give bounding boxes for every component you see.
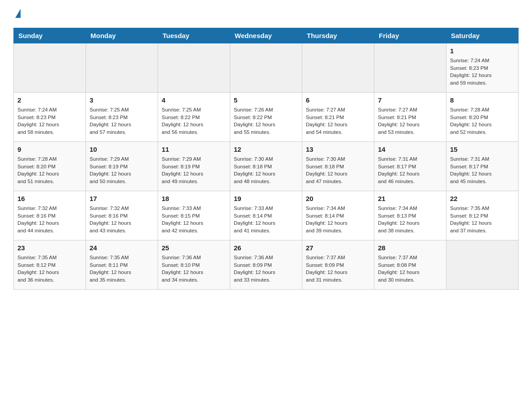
calendar-cell: 22Sunrise: 7:35 AM Sunset: 8:12 PM Dayli… (446, 191, 519, 240)
day-info: Sunrise: 7:27 AM Sunset: 8:21 PM Dayligh… (378, 106, 442, 136)
week-row-4: 16Sunrise: 7:32 AM Sunset: 8:16 PM Dayli… (14, 191, 519, 240)
header-day-friday: Friday (374, 28, 446, 43)
calendar-body: 1Sunrise: 7:24 AM Sunset: 8:23 PM Daylig… (14, 43, 519, 290)
header-day-monday: Monday (86, 28, 158, 43)
day-info: Sunrise: 7:30 AM Sunset: 8:18 PM Dayligh… (306, 155, 370, 185)
calendar-cell: 10Sunrise: 7:29 AM Sunset: 8:19 PM Dayli… (86, 142, 158, 191)
day-number: 16 (17, 194, 82, 203)
day-info: Sunrise: 7:37 AM Sunset: 8:08 PM Dayligh… (378, 254, 442, 284)
day-info: Sunrise: 7:28 AM Sunset: 8:20 PM Dayligh… (450, 106, 515, 136)
day-info: Sunrise: 7:32 AM Sunset: 8:16 PM Dayligh… (17, 205, 82, 235)
day-info: Sunrise: 7:34 AM Sunset: 8:14 PM Dayligh… (306, 205, 370, 235)
day-number: 14 (378, 145, 442, 154)
calendar-cell: 25Sunrise: 7:36 AM Sunset: 8:10 PM Dayli… (158, 240, 230, 290)
calendar-cell: 13Sunrise: 7:30 AM Sunset: 8:18 PM Dayli… (302, 142, 374, 191)
day-info: Sunrise: 7:31 AM Sunset: 8:17 PM Dayligh… (450, 155, 515, 185)
day-info: Sunrise: 7:35 AM Sunset: 8:11 PM Dayligh… (90, 254, 154, 284)
calendar-cell: 19Sunrise: 7:33 AM Sunset: 8:14 PM Dayli… (230, 191, 302, 240)
day-number: 20 (306, 194, 370, 203)
calendar-cell: 12Sunrise: 7:30 AM Sunset: 8:18 PM Dayli… (230, 142, 302, 191)
day-info: Sunrise: 7:27 AM Sunset: 8:21 PM Dayligh… (306, 106, 370, 136)
day-info: Sunrise: 7:25 AM Sunset: 8:22 PM Dayligh… (162, 106, 226, 136)
day-info: Sunrise: 7:26 AM Sunset: 8:22 PM Dayligh… (234, 106, 298, 136)
day-info: Sunrise: 7:34 AM Sunset: 8:13 PM Dayligh… (378, 205, 442, 235)
day-info: Sunrise: 7:29 AM Sunset: 8:19 PM Dayligh… (162, 155, 226, 185)
day-info: Sunrise: 7:37 AM Sunset: 8:09 PM Dayligh… (306, 254, 370, 284)
calendar-cell (302, 43, 374, 93)
day-number: 10 (90, 145, 154, 154)
calendar-cell (230, 43, 302, 93)
week-row-1: 1Sunrise: 7:24 AM Sunset: 8:23 PM Daylig… (14, 43, 519, 93)
day-info: Sunrise: 7:24 AM Sunset: 8:23 PM Dayligh… (17, 106, 82, 136)
day-info: Sunrise: 7:30 AM Sunset: 8:18 PM Dayligh… (234, 155, 298, 185)
week-row-3: 9Sunrise: 7:28 AM Sunset: 8:20 PM Daylig… (14, 142, 519, 191)
calendar-cell: 8Sunrise: 7:28 AM Sunset: 8:20 PM Daylig… (446, 93, 519, 142)
day-number: 26 (234, 243, 298, 253)
day-number: 12 (234, 145, 298, 154)
day-info: Sunrise: 7:36 AM Sunset: 8:10 PM Dayligh… (162, 254, 226, 284)
calendar-cell (374, 43, 446, 93)
calendar-cell: 1Sunrise: 7:24 AM Sunset: 8:23 PM Daylig… (446, 43, 519, 93)
day-info: Sunrise: 7:29 AM Sunset: 8:19 PM Dayligh… (90, 155, 154, 185)
calendar-cell (446, 240, 519, 290)
day-number: 1 (450, 46, 515, 56)
calendar-cell: 14Sunrise: 7:31 AM Sunset: 8:17 PM Dayli… (374, 142, 446, 191)
calendar-cell: 16Sunrise: 7:32 AM Sunset: 8:16 PM Dayli… (14, 191, 86, 240)
day-number: 21 (378, 194, 442, 203)
calendar-cell: 6Sunrise: 7:27 AM Sunset: 8:21 PM Daylig… (302, 93, 374, 142)
week-row-2: 2Sunrise: 7:24 AM Sunset: 8:23 PM Daylig… (14, 93, 519, 142)
calendar-cell: 4Sunrise: 7:25 AM Sunset: 8:22 PM Daylig… (158, 93, 230, 142)
calendar-cell: 21Sunrise: 7:34 AM Sunset: 8:13 PM Dayli… (374, 191, 446, 240)
header-day-saturday: Saturday (446, 28, 519, 43)
logo-triangle-icon (15, 9, 21, 18)
calendar-cell: 2Sunrise: 7:24 AM Sunset: 8:23 PM Daylig… (14, 93, 86, 142)
calendar-cell: 3Sunrise: 7:25 AM Sunset: 8:23 PM Daylig… (86, 93, 158, 142)
calendar-cell: 5Sunrise: 7:26 AM Sunset: 8:22 PM Daylig… (230, 93, 302, 142)
calendar-cell: 27Sunrise: 7:37 AM Sunset: 8:09 PM Dayli… (302, 240, 374, 290)
calendar-header: SundayMondayTuesdayWednesdayThursdayFrid… (14, 28, 519, 43)
day-number: 5 (234, 95, 298, 105)
header-day-thursday: Thursday (302, 28, 374, 43)
day-number: 3 (90, 95, 154, 105)
calendar-cell (14, 43, 86, 93)
day-number: 17 (90, 194, 154, 203)
day-info: Sunrise: 7:28 AM Sunset: 8:20 PM Dayligh… (17, 155, 82, 185)
day-number: 24 (90, 243, 154, 253)
day-info: Sunrise: 7:36 AM Sunset: 8:09 PM Dayligh… (234, 254, 298, 284)
day-info: Sunrise: 7:24 AM Sunset: 8:23 PM Dayligh… (450, 57, 515, 87)
day-number: 13 (306, 145, 370, 154)
day-number: 25 (162, 243, 226, 253)
page-header (13, 9, 519, 19)
calendar-cell: 24Sunrise: 7:35 AM Sunset: 8:11 PM Dayli… (86, 240, 158, 290)
calendar-cell: 26Sunrise: 7:36 AM Sunset: 8:09 PM Dayli… (230, 240, 302, 290)
day-number: 23 (17, 243, 82, 253)
day-number: 15 (450, 145, 515, 154)
calendar-cell: 23Sunrise: 7:35 AM Sunset: 8:12 PM Dayli… (14, 240, 86, 290)
day-number: 11 (162, 145, 226, 154)
day-info: Sunrise: 7:32 AM Sunset: 8:16 PM Dayligh… (90, 205, 154, 235)
calendar-cell: 9Sunrise: 7:28 AM Sunset: 8:20 PM Daylig… (14, 142, 86, 191)
day-number: 18 (162, 194, 226, 203)
day-info: Sunrise: 7:35 AM Sunset: 8:12 PM Dayligh… (17, 254, 82, 284)
day-number: 2 (17, 95, 82, 105)
calendar-cell: 20Sunrise: 7:34 AM Sunset: 8:14 PM Dayli… (302, 191, 374, 240)
day-number: 4 (162, 95, 226, 105)
logo (13, 9, 21, 19)
calendar-cell (86, 43, 158, 93)
header-row: SundayMondayTuesdayWednesdayThursdayFrid… (14, 28, 519, 43)
calendar-cell: 28Sunrise: 7:37 AM Sunset: 8:08 PM Dayli… (374, 240, 446, 290)
calendar-cell: 17Sunrise: 7:32 AM Sunset: 8:16 PM Dayli… (86, 191, 158, 240)
day-info: Sunrise: 7:33 AM Sunset: 8:14 PM Dayligh… (234, 205, 298, 235)
week-row-5: 23Sunrise: 7:35 AM Sunset: 8:12 PM Dayli… (14, 240, 519, 290)
day-number: 28 (378, 243, 442, 253)
calendar-cell (158, 43, 230, 93)
calendar-table: SundayMondayTuesdayWednesdayThursdayFrid… (13, 28, 519, 290)
day-number: 9 (17, 145, 82, 154)
day-info: Sunrise: 7:31 AM Sunset: 8:17 PM Dayligh… (378, 155, 442, 185)
calendar-cell: 7Sunrise: 7:27 AM Sunset: 8:21 PM Daylig… (374, 93, 446, 142)
header-day-sunday: Sunday (14, 28, 86, 43)
calendar-cell: 11Sunrise: 7:29 AM Sunset: 8:19 PM Dayli… (158, 142, 230, 191)
day-number: 7 (378, 95, 442, 105)
calendar-cell: 15Sunrise: 7:31 AM Sunset: 8:17 PM Dayli… (446, 142, 519, 191)
day-number: 22 (450, 194, 515, 203)
